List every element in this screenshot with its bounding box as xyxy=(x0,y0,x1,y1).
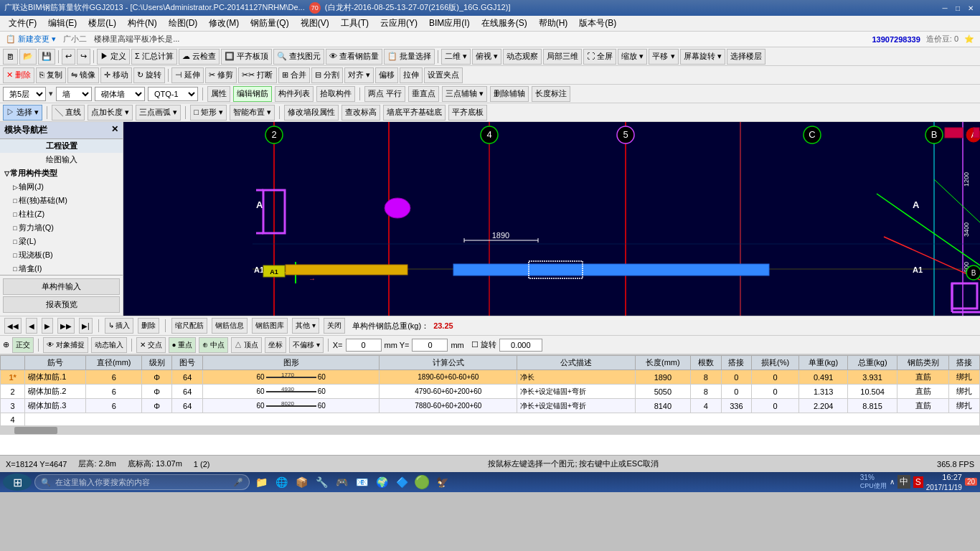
mirror-btn[interactable]: ⇋ 镜像 xyxy=(67,67,99,83)
sidebar-item-project-settings[interactable]: 工程设置 xyxy=(0,139,123,153)
menu-modify[interactable]: 修改(M) xyxy=(203,16,245,31)
align-slab-btn[interactable]: 平齐底板 xyxy=(448,105,487,121)
select-tool[interactable]: ▷ 选择 ▾ xyxy=(3,105,42,121)
nav-last-btn[interactable]: ▶▶ xyxy=(57,318,75,334)
dynamic-view-btn[interactable]: 动态观察 xyxy=(503,49,542,65)
midpoint-btn[interactable]: ● 重点 xyxy=(169,337,197,353)
single-component-input-btn[interactable]: 单构件输入 xyxy=(3,278,120,295)
align-btn[interactable]: 对齐 ▾ xyxy=(344,67,374,83)
taskbar-app-edge[interactable]: 🌐 xyxy=(273,474,290,491)
align-foundation-btn[interactable]: 墙底平齐基础底 xyxy=(383,105,446,121)
intersect-btn[interactable]: ✕ 交点 xyxy=(136,337,166,353)
canvas-area[interactable]: 2 4 5 C B A A A1 A A1 B xyxy=(123,122,980,316)
other-btn[interactable]: 其他 ▾ xyxy=(292,318,319,334)
merge-btn[interactable]: ⊞ 合并 xyxy=(278,67,310,83)
table-row[interactable]: 2 砌体加筋.2 6 Φ 64 60 4930 60 4790-60+60+20… xyxy=(1,385,980,399)
batch-select-btn[interactable]: 📋 批量选择 xyxy=(384,49,435,65)
taskbar-app-settings[interactable]: 🔧 xyxy=(313,474,330,491)
menu-tools[interactable]: 工具(T) xyxy=(335,16,374,31)
scrollbar-thumb[interactable] xyxy=(14,427,57,434)
pan-btn[interactable]: 平移 ▾ xyxy=(649,49,678,65)
menu-bim[interactable]: BIM应用(I) xyxy=(423,16,476,31)
sidebar-close-icon[interactable]: ✕ xyxy=(111,124,118,136)
no-offset-btn[interactable]: 不偏移 ▾ xyxy=(289,337,324,353)
rebar-library-btn[interactable]: 钢筋图库 xyxy=(252,318,288,334)
close-rebar-btn[interactable]: 关闭 xyxy=(324,318,345,334)
nav-prev-btn[interactable]: ◀ xyxy=(26,318,37,334)
table-scrollbar-h[interactable] xyxy=(0,426,980,435)
y-input[interactable] xyxy=(412,339,448,352)
component-name-select[interactable]: QTQ-1 xyxy=(148,87,198,101)
component-list-btn[interactable]: 构件列表 xyxy=(275,86,314,102)
line-tool[interactable]: ╲ 直线 xyxy=(52,105,85,121)
2d-btn[interactable]: 二维 ▾ xyxy=(441,49,471,65)
notification-count[interactable]: 20 xyxy=(965,478,977,486)
taskbar-app-browser[interactable]: 🌍 xyxy=(373,474,390,491)
obj-snap-btn[interactable]: 👁 对象捕捉 xyxy=(43,337,88,353)
view-rebar-btn[interactable]: 👁 查看钢筋量 xyxy=(326,49,382,65)
sidebar-item-shear-wall[interactable]: □剪力墙(Q) xyxy=(0,221,123,235)
fullscreen-btn[interactable]: ⛶ 全屏 xyxy=(583,49,616,65)
edit-rebar-btn[interactable]: 编辑钢筋 xyxy=(233,86,272,102)
sidebar-group-common[interactable]: ▽常用构件类型 xyxy=(0,166,123,180)
new-btn[interactable]: 🖹 xyxy=(3,49,18,65)
taskbar-app-green[interactable]: 🟢 xyxy=(413,474,430,491)
menu-floor[interactable]: 楼层(L) xyxy=(83,16,122,31)
component-type-select[interactable]: 墙 xyxy=(56,87,92,101)
taskbar-app-eagle[interactable]: 🦅 xyxy=(433,474,451,491)
new-changes-btn[interactable]: 📋 新建变更 ▾ xyxy=(6,34,56,44)
property-btn[interactable]: 属性 xyxy=(207,86,230,102)
vertex-btn[interactable]: △ 顶点 xyxy=(231,337,262,353)
copy-btn[interactable]: ⎘ 复制 xyxy=(36,67,66,83)
perp-btn[interactable]: 垂直点 xyxy=(408,86,439,102)
taskbar-app-game[interactable]: 🎮 xyxy=(333,474,350,491)
menu-view[interactable]: 视图(V) xyxy=(295,16,335,31)
sidebar-item-foundation[interactable]: □框(独)基础(M) xyxy=(0,194,123,207)
nav-first-btn[interactable]: ◀◀ xyxy=(4,318,22,334)
define-btn[interactable]: ▶ 定义 xyxy=(97,49,130,65)
undo-btn[interactable]: ↩ xyxy=(62,49,75,65)
scale-rebar-btn[interactable]: 缩尺配筋 xyxy=(171,318,207,334)
grip-btn[interactable]: 设置夹点 xyxy=(424,67,463,83)
redo-btn[interactable]: ↪ xyxy=(77,49,90,65)
rotate-checkbox[interactable]: ☐ 旋转 xyxy=(471,339,496,350)
menu-help[interactable]: 帮助(H) xyxy=(533,16,574,31)
split-btn[interactable]: ⊟ 分割 xyxy=(311,67,343,83)
rotate-btn[interactable]: 屏幕旋转 ▾ xyxy=(680,49,725,65)
extend-btn[interactable]: ⊣ 延伸 xyxy=(171,67,204,83)
three-pt-btn[interactable]: 三点辅轴 ▾ xyxy=(442,86,487,102)
floor-select[interactable]: 第5层 xyxy=(3,87,46,101)
arc-tool[interactable]: 三点画弧 ▾ xyxy=(136,105,181,121)
antivirus-icon[interactable]: S xyxy=(913,476,923,488)
del-row-btn[interactable]: 删除 xyxy=(138,318,159,334)
two-pt-btn[interactable]: 两点 平行 xyxy=(364,86,405,102)
close-button[interactable]: ✕ xyxy=(966,3,976,13)
top-view-btn[interactable]: 俯视 ▾ xyxy=(472,49,501,65)
menu-cloud[interactable]: 云应用(Y) xyxy=(374,16,423,31)
maximize-button[interactable]: □ xyxy=(953,3,963,13)
local-3d-btn[interactable]: 局部三维 xyxy=(543,49,582,65)
menu-online[interactable]: 在线服务(S) xyxy=(476,16,533,31)
report-preview-btn[interactable]: 报表预览 xyxy=(3,296,120,313)
table-row[interactable]: 1* 砌体加筋.1 6 Φ 64 60 1770 60 1890-60+60-6… xyxy=(1,370,980,385)
x-input[interactable] xyxy=(346,339,382,352)
sidebar-item-niche[interactable]: □墙龛(I) xyxy=(0,262,123,275)
menu-edit[interactable]: 编辑(E) xyxy=(42,16,83,31)
nav-next-btn[interactable]: ▶ xyxy=(42,318,53,334)
menu-rebar[interactable]: 钢筋量(Q) xyxy=(245,16,294,31)
save-btn[interactable]: 💾 xyxy=(38,49,55,65)
input-method-icon[interactable]: 中 xyxy=(897,475,910,489)
sidebar-item-column[interactable]: □柱柱(Z) xyxy=(0,207,123,221)
align-top-btn[interactable]: 🔲 平齐板顶 xyxy=(221,49,272,65)
table-row[interactable]: 4 xyxy=(1,413,980,426)
center-btn[interactable]: ⊕ 中点 xyxy=(199,337,228,353)
menu-draw[interactable]: 绘图(D) xyxy=(163,16,204,31)
pick-component-btn[interactable]: 拾取构件 xyxy=(316,86,355,102)
coord-btn[interactable]: 坐标 xyxy=(265,337,286,353)
move-btn[interactable]: ✛ 移动 xyxy=(100,67,132,83)
start-button[interactable]: ⊞ xyxy=(3,474,32,491)
len-mark-btn[interactable]: 长度标注 xyxy=(532,86,570,102)
rotate2-btn[interactable]: ↻ 旋转 xyxy=(133,67,165,83)
taskbar-app-store[interactable]: 📦 xyxy=(293,474,310,491)
chg-elev-btn[interactable]: 查改标高 xyxy=(341,105,380,121)
